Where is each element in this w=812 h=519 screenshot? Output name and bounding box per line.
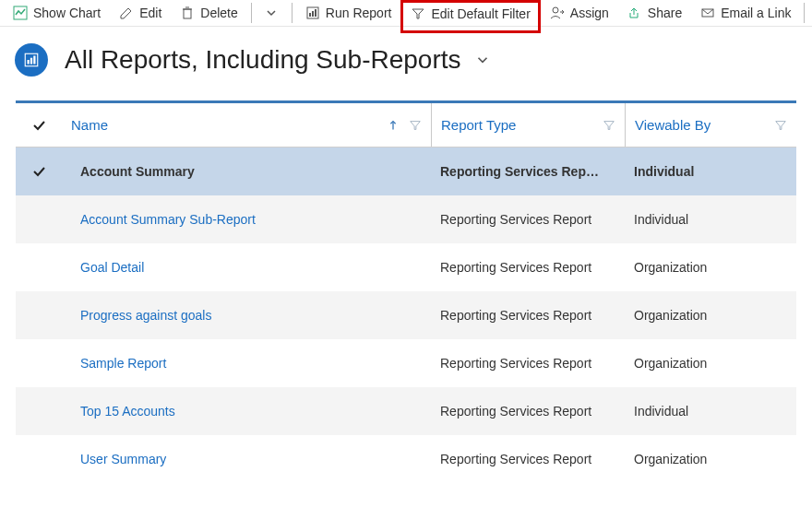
assign-label: Assign [570, 6, 609, 20]
svg-point-9 [553, 7, 558, 13]
row-name-cell[interactable]: Progress against goals [62, 308, 431, 323]
svg-marker-17 [411, 121, 421, 129]
filter-icon[interactable] [603, 119, 615, 132]
table-row[interactable]: Account SummaryReporting Services Rep…In… [16, 147, 796, 195]
separator [251, 3, 252, 23]
chevron-down-icon [264, 6, 279, 20]
row-viewable-cell: Individual [625, 404, 796, 419]
row-viewable-cell: Individual [625, 164, 796, 179]
row-viewable-cell: Organization [625, 452, 796, 466]
row-viewable-cell: Organization [625, 356, 796, 371]
table-row[interactable]: Top 15 AccountsReporting Services Report… [16, 387, 796, 435]
select-all-header[interactable] [16, 118, 62, 133]
report-icon [305, 6, 320, 20]
edit-default-filter-button[interactable]: Edit Default Filter [400, 0, 540, 33]
edit-button[interactable]: Edit [110, 2, 171, 24]
run-report-label: Run Report [326, 6, 392, 20]
separator [292, 3, 293, 23]
row-viewable-cell: Individual [625, 212, 796, 227]
separator [804, 3, 805, 23]
table-row[interactable]: Progress against goalsReporting Services… [16, 291, 796, 339]
chevron-down-icon [474, 52, 491, 68]
pencil-icon [119, 6, 134, 20]
page-header: All Reports, Including Sub-Reports [0, 27, 812, 100]
filter-icon[interactable] [774, 119, 787, 132]
edit-label: Edit [139, 6, 161, 20]
row-type-cell: Reporting Services Report [431, 356, 625, 371]
table-row[interactable]: Account Summary Sub-ReportReporting Serv… [16, 195, 796, 243]
row-name-cell[interactable]: User Summary [62, 452, 431, 466]
sort-asc-icon[interactable] [387, 119, 400, 132]
row-name-cell[interactable]: Goal Detail [62, 260, 431, 275]
column-header-viewable-by[interactable]: Viewable By [625, 103, 796, 147]
svg-rect-14 [30, 58, 32, 65]
edit-default-filter-label: Edit Default Filter [431, 6, 530, 21]
row-type-cell: Reporting Services Report [431, 452, 625, 466]
row-name-cell[interactable]: Account Summary [62, 164, 431, 179]
share-label: Share [648, 6, 682, 20]
chart-icon [13, 6, 28, 20]
assign-icon [550, 6, 565, 20]
command-bar: Show Chart Edit Delete Run Report Edit D… [0, 0, 812, 27]
column-header-report-type[interactable]: Report Type [431, 103, 625, 147]
show-chart-button[interactable]: Show Chart [4, 2, 110, 24]
row-viewable-cell: Organization [625, 260, 796, 275]
svg-marker-19 [776, 121, 786, 129]
svg-rect-7 [315, 9, 316, 17]
svg-marker-18 [604, 121, 615, 129]
report-entity-icon [23, 52, 40, 68]
row-name-cell[interactable]: Top 15 Accounts [62, 404, 431, 419]
email-icon [700, 6, 715, 20]
checkmark-icon [31, 118, 46, 133]
column-header-name[interactable]: Name [62, 103, 431, 147]
page-title: All Reports, Including Sub-Reports [65, 45, 461, 75]
row-viewable-cell: Organization [625, 308, 796, 323]
trash-icon [180, 6, 195, 20]
grid-header-row: Name Report Type Viewable By [16, 103, 796, 147]
entity-badge [15, 43, 48, 77]
row-type-cell: Reporting Services Report [431, 260, 625, 275]
table-row[interactable]: Goal DetailReporting Services ReportOrga… [16, 243, 796, 291]
row-type-cell: Reporting Services Rep… [431, 164, 625, 179]
delete-label: Delete [200, 6, 237, 20]
run-report-button[interactable]: Run Report [296, 2, 401, 24]
row-name-cell[interactable]: Sample Report [62, 356, 431, 371]
svg-rect-1 [184, 9, 191, 18]
column-view-label: Viewable By [635, 117, 710, 133]
view-selector[interactable]: All Reports, Including Sub-Reports [65, 45, 491, 75]
grid-body: Account SummaryReporting Services Rep…In… [16, 147, 796, 483]
email-link-label: Email a Link [721, 6, 791, 20]
share-button[interactable]: Share [618, 2, 691, 24]
row-type-cell: Reporting Services Report [431, 404, 625, 419]
filter-icon[interactable] [409, 119, 422, 132]
svg-rect-13 [28, 60, 30, 65]
row-name-cell[interactable]: Account Summary Sub-Report [62, 212, 431, 227]
column-name-label: Name [71, 117, 108, 133]
share-icon [627, 6, 642, 20]
email-link-button[interactable]: Email a Link [691, 2, 800, 24]
table-row[interactable]: User SummaryReporting Services ReportOrg… [16, 435, 796, 483]
row-checkbox[interactable] [16, 164, 62, 179]
table-row[interactable]: Sample ReportReporting Services ReportOr… [16, 339, 796, 387]
svg-rect-15 [33, 56, 35, 65]
delete-button[interactable]: Delete [171, 2, 246, 24]
svg-marker-8 [412, 9, 424, 18]
row-type-cell: Reporting Services Report [431, 308, 625, 323]
svg-rect-6 [312, 11, 314, 17]
checkmark-icon [31, 164, 46, 179]
row-type-cell: Reporting Services Report [431, 212, 625, 227]
more-button[interactable] [255, 2, 288, 24]
show-chart-label: Show Chart [33, 6, 101, 20]
svg-rect-5 [309, 13, 311, 17]
column-type-label: Report Type [441, 117, 516, 133]
reports-grid: Name Report Type Viewable By Account Sum… [16, 100, 796, 483]
filter-edit-icon [411, 6, 425, 21]
assign-button[interactable]: Assign [541, 2, 618, 24]
